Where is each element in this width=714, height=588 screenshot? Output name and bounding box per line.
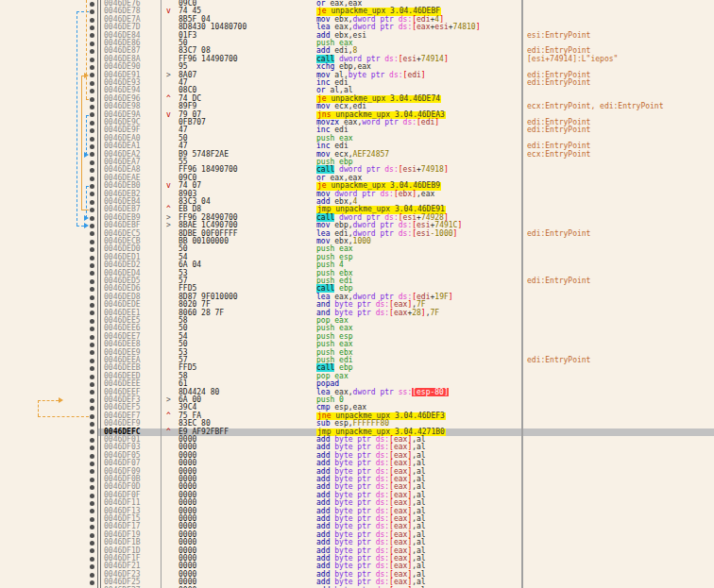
- breakpoint-dot-icon[interactable]: [90, 247, 94, 252]
- breakpoint-dot-icon[interactable]: [90, 382, 94, 387]
- breakpoint-dot-icon[interactable]: [90, 564, 94, 569]
- breakpoint-dot-icon[interactable]: [90, 422, 94, 427]
- register-comment: edi:EntryPoint: [527, 357, 590, 364]
- breakpoint-dot-icon[interactable]: [90, 128, 94, 133]
- instr-token: [esp-80]: [412, 388, 449, 396]
- breakpoint-dot-icon[interactable]: [90, 121, 94, 126]
- breakpoint-dot-icon[interactable]: [90, 469, 94, 474]
- instr-token: byte ptr: [348, 71, 385, 79]
- breakpoint-dot-icon[interactable]: [90, 406, 94, 411]
- breakpoint-dot-icon[interactable]: [90, 375, 94, 379]
- breakpoint-dot-icon[interactable]: [90, 256, 94, 260]
- breakpoint-dot-icon[interactable]: [90, 240, 94, 244]
- breakpoint-dot-icon[interactable]: [90, 9, 94, 14]
- breakpoint-dot-icon[interactable]: [90, 517, 94, 522]
- breakpoint-dot-icon[interactable]: [90, 509, 94, 513]
- breakpoint-dot-icon[interactable]: [90, 533, 94, 538]
- breakpoint-dot-icon[interactable]: [90, 429, 94, 434]
- address-column-left-border: [97, 0, 98, 588]
- breakpoint-dot-icon[interactable]: [90, 49, 94, 54]
- breakpoint-dot-icon[interactable]: [90, 390, 94, 395]
- instr-token: 74810: [453, 23, 476, 31]
- breakpoint-dot-icon[interactable]: [90, 192, 94, 196]
- breakpoint-dot-icon[interactable]: [90, 73, 94, 77]
- breakpoint-dot-icon[interactable]: [90, 152, 94, 157]
- breakpoint-dot-icon[interactable]: [90, 112, 94, 117]
- breakpoint-dot-icon[interactable]: [90, 485, 94, 490]
- breakpoint-dot-icon[interactable]: [90, 144, 94, 149]
- address-column-left-border-2: [100, 0, 101, 588]
- breakpoint-dot-icon[interactable]: [90, 279, 94, 284]
- disassembly-pane: 0046DE7609C0or eax,eax0046DE78v74 45je u…: [0, 0, 714, 588]
- instr-token: ds:: [376, 309, 389, 317]
- address-column-right-border: [161, 0, 162, 588]
- breakpoint-dot-icon[interactable]: [90, 33, 94, 38]
- instr-token: 7F: [431, 309, 440, 317]
- instr-token: ]: [457, 221, 462, 229]
- breakpoint-dot-icon[interactable]: [90, 81, 94, 86]
- breakpoint-dot-icon[interactable]: [90, 224, 94, 228]
- breakpoint-dot-icon[interactable]: [90, 58, 94, 62]
- instr-token: edi: [407, 71, 420, 79]
- breakpoint-dot-icon[interactable]: [90, 216, 94, 221]
- breakpoint-dot-icon[interactable]: [90, 18, 94, 23]
- instr-token: esi: [416, 229, 430, 238]
- breakpoint-dot-icon[interactable]: [90, 438, 94, 443]
- breakpoint-dot-icon[interactable]: [90, 501, 94, 506]
- breakpoint-dot-icon[interactable]: [90, 580, 94, 585]
- instr-token: eax: [394, 309, 407, 317]
- breakpoint-dot-icon[interactable]: [90, 105, 94, 109]
- breakpoint-dot-icon[interactable]: [90, 97, 94, 102]
- breakpoint-dot-icon[interactable]: [90, 263, 94, 268]
- breakpoint-dot-icon[interactable]: [90, 335, 94, 340]
- breakpoint-dot-icon[interactable]: [90, 541, 94, 546]
- breakpoint-dot-icon[interactable]: [90, 184, 94, 189]
- breakpoint-dot-icon[interactable]: [90, 200, 94, 205]
- breakpoint-dot-icon[interactable]: [90, 478, 94, 482]
- breakpoint-dot-icon[interactable]: [90, 398, 94, 403]
- instr-token: ebx: [399, 190, 412, 198]
- instr-token: ]: [453, 229, 458, 238]
- jump-arrow-je-to-46DE74-offscreen-top: [86, 99, 89, 100]
- breakpoint-dot-icon[interactable]: [90, 208, 94, 212]
- breakpoint-dot-icon[interactable]: [90, 287, 94, 292]
- breakpoint-dot-icon[interactable]: [90, 295, 94, 300]
- jump-arrow-je-to-46DEBF: [76, 11, 77, 226]
- instr-token: ]: [444, 165, 449, 174]
- breakpoint-dot-icon[interactable]: [90, 445, 94, 450]
- breakpoint-dot-icon[interactable]: [90, 525, 94, 529]
- breakpoint-dot-icon[interactable]: [90, 42, 94, 46]
- breakpoint-dot-icon[interactable]: [90, 557, 94, 562]
- instr-token: -1000: [430, 229, 452, 238]
- breakpoint-dot-icon[interactable]: [90, 303, 94, 308]
- breakpoint-dot-icon[interactable]: [90, 366, 94, 371]
- breakpoint-dot-icon[interactable]: [90, 168, 94, 173]
- breakpoint-dot-icon[interactable]: [90, 573, 94, 578]
- breakpoint-dot-icon[interactable]: [90, 359, 94, 363]
- breakpoint-dot-icon[interactable]: [90, 327, 94, 331]
- breakpoint-dot-icon[interactable]: [90, 414, 94, 419]
- breakpoint-dot-icon[interactable]: [90, 271, 94, 276]
- breakpoint-dot-icon[interactable]: [90, 311, 94, 315]
- breakpoint-dot-icon[interactable]: [90, 160, 94, 165]
- breakpoint-dot-icon[interactable]: [90, 231, 94, 236]
- breakpoint-dot-icon[interactable]: [90, 454, 94, 459]
- breakpoint-dot-icon[interactable]: [90, 494, 94, 498]
- breakpoint-dot-icon[interactable]: [90, 176, 94, 181]
- instr-token: esi: [434, 23, 448, 31]
- breakpoint-dot-icon[interactable]: [90, 2, 94, 7]
- breakpoint-dot-icon[interactable]: [90, 548, 94, 553]
- breakpoint-dot-icon[interactable]: [90, 89, 94, 93]
- breakpoint-dot-icon[interactable]: [90, 319, 94, 324]
- breakpoint-dot-icon[interactable]: [90, 343, 94, 347]
- jump-arrowhead-icon: [84, 223, 89, 228]
- breakpoint-dot-icon[interactable]: [90, 350, 94, 355]
- breakpoint-dot-icon[interactable]: [90, 137, 94, 142]
- jump-destination-icon: >: [166, 222, 171, 229]
- breakpoint-dot-icon[interactable]: [90, 65, 94, 70]
- register-comment: edi:EntryPoint: [527, 79, 590, 87]
- breakpoint-dot-icon[interactable]: [90, 462, 94, 466]
- breakpoint-dot-icon[interactable]: [90, 25, 94, 30]
- comment-column-separator[interactable]: [521, 0, 523, 588]
- jump-arrow-jne-to-46DEF3: [38, 416, 89, 417]
